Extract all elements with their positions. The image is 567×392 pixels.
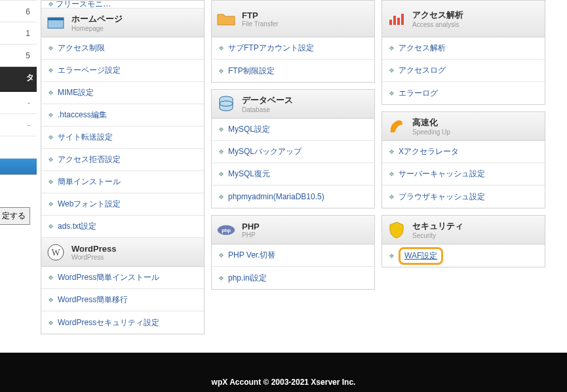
svg-text:W: W bbox=[51, 248, 60, 258]
bullet-icon: ❖ bbox=[218, 45, 224, 52]
stat-num: 5 bbox=[0, 45, 37, 67]
category-ftp: FTPFile Transfer bbox=[212, 1, 374, 37]
menu-item-php-ver[interactable]: ❖PHP Ver.切替 bbox=[212, 245, 374, 267]
bullet-icon: ❖ bbox=[389, 148, 395, 155]
menu-item-webfont[interactable]: ❖Webフォント設定 bbox=[41, 193, 204, 216]
menu-item-mysql[interactable]: ❖MySQL設定 bbox=[212, 119, 374, 141]
bullet-icon: ❖ bbox=[389, 45, 395, 52]
speed-icon bbox=[387, 117, 406, 136]
stat-num: 1 bbox=[0, 22, 37, 45]
menu-item-access-restrict[interactable]: ❖アクセス制限 bbox=[41, 37, 204, 60]
bullet-icon: ❖ bbox=[389, 252, 395, 260]
menu-item-sub-ftp[interactable]: ❖サブFTPアカウント設定 bbox=[212, 37, 374, 60]
bullet-icon: ❖ bbox=[389, 193, 395, 201]
category-homepage: ホームページHomepage bbox=[41, 9, 204, 37]
bullet-icon: ❖ bbox=[218, 148, 224, 155]
category-access: アクセス解析Access analysis bbox=[382, 1, 545, 37]
menu-item-mysql-backup[interactable]: ❖MySQLバックアップ bbox=[212, 141, 374, 163]
stat-dash: - bbox=[0, 92, 37, 114]
menu-item-error-page[interactable]: ❖エラーページ設定 bbox=[41, 60, 204, 82]
highlighted-link[interactable]: WAF設定 bbox=[399, 247, 443, 265]
bullet-icon: ❖ bbox=[48, 201, 54, 208]
folder-icon bbox=[217, 10, 235, 28]
stat-num: 6 bbox=[0, 0, 37, 22]
svg-rect-10 bbox=[397, 18, 400, 25]
menu-item-wp-security[interactable]: ❖WordPressセキュリティ設定 bbox=[41, 311, 204, 334]
menu-item-mysql-restore[interactable]: ❖MySQL復元 bbox=[212, 163, 374, 186]
bullet-icon: ❖ bbox=[218, 193, 224, 201]
bullet-icon: ❖ bbox=[218, 68, 224, 75]
svg-rect-11 bbox=[401, 14, 404, 25]
chart-icon bbox=[387, 10, 406, 28]
menu-item-adstxt[interactable]: ❖ads.txt設定 bbox=[41, 216, 204, 238]
wordpress-icon: W bbox=[47, 243, 65, 262]
left-sidebar: 6 1 5 タ - - 定する bbox=[0, 0, 37, 229]
svg-rect-9 bbox=[393, 16, 396, 25]
menu-item-easy-install[interactable]: ❖簡単インストール bbox=[41, 171, 204, 193]
shield-icon bbox=[387, 221, 406, 239]
menu-item-access-analysis[interactable]: ❖アクセス解析 bbox=[382, 37, 545, 60]
menu-item-browser-cache[interactable]: ❖ブラウザキャッシュ設定 bbox=[382, 186, 545, 208]
menu-item-wp-migrate[interactable]: ❖WordPress簡単移行 bbox=[41, 289, 204, 311]
bullet-icon: ❖ bbox=[389, 67, 395, 74]
item-label[interactable]: フリースモニ… bbox=[56, 0, 111, 10]
svg-rect-8 bbox=[389, 20, 392, 25]
category-database: データベースDatabase bbox=[212, 90, 374, 119]
sidebar-blue-strip bbox=[0, 159, 37, 175]
bullet-icon: ❖ bbox=[48, 67, 54, 74]
category-php: php PHPPHP bbox=[212, 216, 374, 245]
footer: wpX Account © 2003-2021 Xserver Inc. bbox=[0, 353, 567, 392]
category-security: セキュリティSecurity bbox=[382, 216, 545, 245]
bullet-icon: ❖ bbox=[48, 45, 54, 52]
menu-item-server-cache[interactable]: ❖サーバーキャッシュ設定 bbox=[382, 163, 545, 186]
php-icon: php bbox=[217, 221, 235, 239]
menu-item-phpmyadmin[interactable]: ❖phpmyadmin(MariaDB10.5) bbox=[212, 186, 374, 208]
bullet-icon: ❖ bbox=[48, 319, 54, 326]
homepage-icon bbox=[47, 14, 65, 32]
menu-item-site-redirect[interactable]: ❖サイト転送設定 bbox=[41, 127, 204, 149]
menu-item-mime[interactable]: ❖MIME設定 bbox=[41, 82, 204, 104]
sidebar-black-heading: タ bbox=[0, 67, 37, 92]
menu-item-access-deny[interactable]: ❖アクセス拒否設定 bbox=[41, 149, 204, 171]
bullet-icon: ❖ bbox=[48, 111, 54, 119]
bullet-icon: ❖ bbox=[48, 134, 54, 141]
menu-item-error-log[interactable]: ❖エラーログ bbox=[382, 82, 545, 104]
menu-item-waf[interactable]: ❖WAF設定 bbox=[382, 245, 545, 267]
bullet-icon: ❖ bbox=[48, 274, 54, 281]
bullet-icon: ❖ bbox=[218, 252, 224, 259]
bullet-icon: ❖ bbox=[389, 90, 395, 97]
column-homepage: ❖ フリースモニ… ホームページHomepage ❖アクセス制限 ❖エラーページ… bbox=[41, 0, 205, 334]
menu-item-php-ini[interactable]: ❖php.ini設定 bbox=[212, 267, 374, 289]
bullet-icon: ❖ bbox=[48, 156, 54, 163]
menu-item-access-log[interactable]: ❖アクセスログ bbox=[382, 60, 545, 82]
svg-rect-1 bbox=[48, 18, 64, 20]
category-speed: 高速化Speeding Up bbox=[382, 112, 545, 141]
bullet-icon: ❖ bbox=[48, 1, 54, 8]
bullet-icon: ❖ bbox=[218, 170, 224, 178]
column-right: アクセス解析Access analysis ❖アクセス解析 ❖アクセスログ ❖エ… bbox=[381, 0, 545, 267]
bullet-icon: ❖ bbox=[218, 126, 224, 133]
stat-dash: - bbox=[0, 114, 37, 136]
bullet-icon: ❖ bbox=[48, 223, 54, 230]
menu-item-wp-install[interactable]: ❖WordPress簡単インストール bbox=[41, 267, 204, 289]
set-button[interactable]: 定する bbox=[0, 207, 30, 225]
footer-copyright: wpX Account © 2003-2021 Xserver Inc. bbox=[212, 378, 356, 387]
menu-item-htaccess[interactable]: ❖.htaccess編集 bbox=[41, 104, 204, 127]
menu-item-ftp-limit[interactable]: ❖FTP制限設定 bbox=[212, 60, 374, 82]
bullet-icon: ❖ bbox=[218, 275, 224, 282]
svg-text:php: php bbox=[222, 227, 231, 233]
column-middle: FTPFile Transfer ❖サブFTPアカウント設定 ❖FTP制限設定 … bbox=[211, 0, 375, 290]
category-wordpress: W WordPressWordPress bbox=[41, 238, 204, 267]
bullet-icon: ❖ bbox=[389, 170, 395, 178]
database-icon bbox=[217, 95, 235, 113]
bullet-icon: ❖ bbox=[48, 89, 54, 96]
menu-item-xaccel[interactable]: ❖Xアクセラレータ bbox=[382, 141, 545, 163]
bullet-icon: ❖ bbox=[48, 178, 54, 186]
bullet-icon: ❖ bbox=[48, 296, 54, 304]
